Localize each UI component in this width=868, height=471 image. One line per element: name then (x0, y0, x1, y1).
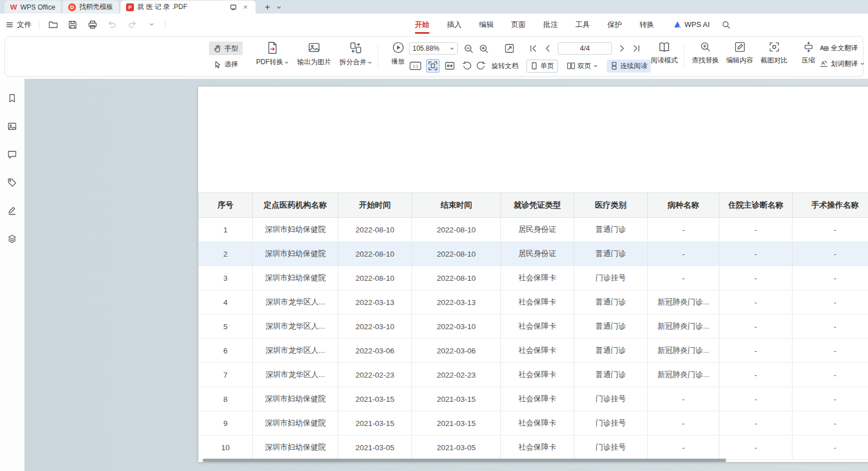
tab-close-icon[interactable]: × (241, 3, 250, 12)
zoom-out-button[interactable] (463, 43, 474, 54)
new-tab-button[interactable]: + (262, 2, 273, 13)
menu-tab[interactable]: 编辑 (479, 14, 494, 35)
fit-width-button[interactable] (444, 60, 455, 71)
table-cell: 深圳市妇幼保健院 (253, 242, 338, 266)
menu-tab[interactable]: 工具 (575, 14, 590, 35)
double-page-button[interactable]: 双页 (563, 60, 601, 73)
undo-icon (108, 20, 117, 29)
zoom-in-button[interactable] (478, 43, 489, 54)
pointer-mode-group: 手型 选择 (209, 42, 243, 71)
table-cell: - (719, 290, 793, 315)
single-page-button[interactable]: 单页 (526, 60, 558, 73)
screenshot-compare-button[interactable]: 截图对比 (759, 41, 789, 65)
table-cell: 门诊挂号 (574, 411, 648, 436)
cursor-icon (213, 60, 222, 69)
annotations-panel-button[interactable] (5, 174, 20, 190)
undo-button[interactable] (106, 19, 118, 31)
table-cell: 2 (199, 242, 253, 266)
rotate-right-button[interactable] (476, 61, 486, 71)
zoom-value: 105.88% (413, 44, 439, 52)
find-replace-button[interactable]: 查找替换 (691, 41, 720, 65)
pdf-convert-button[interactable]: PDF转换 (255, 41, 290, 67)
read-mode-button[interactable]: 阅读模式 (648, 41, 681, 65)
table-cell: - (648, 218, 719, 242)
column-header: 住院主诊断名称 (719, 193, 793, 218)
select-tool-button[interactable]: 选择 (209, 57, 243, 71)
layers-panel-button[interactable] (5, 231, 20, 246)
table-cell: 社会保障卡 (501, 411, 574, 436)
tab-wps-office[interactable]: W WPS Office (5, 1, 61, 14)
column-header: 定点医药机构名称 (253, 193, 338, 218)
table-cell: 2022-08-10 (338, 218, 412, 242)
pdf-file-icon: P (126, 3, 134, 11)
tools-group: 查找替换 编辑内容 截图对比 压缩 (691, 41, 823, 65)
table-cell: 社会保障卡 (501, 339, 574, 363)
column-header: 就诊凭证类型 (501, 193, 574, 218)
rotate-left-button[interactable] (462, 61, 472, 71)
menu-tab[interactable]: 页面 (511, 14, 526, 35)
fit-width-icon (444, 60, 455, 71)
convert-group: PDF转换 输出为图片 拆分合并 (255, 41, 373, 67)
table-row: 8深圳市妇幼保健院2021-03-152021-03-15社会保障卡门诊挂号--… (199, 387, 868, 411)
table-cell: 9 (199, 411, 253, 436)
menu-tab[interactable]: 批注 (543, 14, 558, 35)
tab-detach-window-icon[interactable] (229, 3, 238, 12)
table-cell: 2021-03-15 (412, 411, 501, 436)
table-cell: 社会保障卡 (501, 315, 574, 339)
zoom-level-select[interactable]: 105.88% (409, 42, 458, 55)
double-page-label: 双页 (578, 61, 591, 71)
hand-tool-button[interactable]: 手型 (209, 42, 243, 55)
menu-tab[interactable]: 开始 (415, 14, 429, 35)
split-merge-button[interactable]: 拆分合并 (338, 41, 373, 67)
screenshot-compare-label: 截图对比 (760, 56, 788, 65)
menu-search-button[interactable] (720, 19, 732, 31)
export-as-image-button[interactable]: 输出为图片 (297, 41, 332, 67)
continuous-reading-button[interactable]: 连续阅读 (607, 60, 651, 73)
medical-records-table: 序号定点医药机构名称开始时间结束时间就诊凭证类型医疗类别病种名称住院主诊断名称手… (198, 192, 868, 460)
redo-button[interactable] (126, 19, 138, 31)
next-page-button[interactable] (618, 44, 627, 53)
last-page-button[interactable] (632, 44, 641, 53)
file-menu-button[interactable]: 文件 (6, 20, 32, 30)
page-number-input[interactable]: 4/4 (558, 42, 612, 55)
play-button[interactable]: 播放 (386, 41, 410, 66)
full-text-translate-button[interactable]: A 全文翻译 (819, 42, 865, 53)
table-cell: 2022-03-13 (338, 290, 412, 315)
undo-history-chevron-icon[interactable] (145, 19, 158, 31)
menu-tab[interactable]: 插入 (447, 14, 462, 35)
word-translate-button[interactable]: A 划词翻译 (819, 58, 865, 69)
table-cell: - (719, 315, 793, 339)
table-cell: 2022-03-10 (338, 315, 412, 339)
column-header: 结束时间 (412, 193, 501, 218)
wps-ai-button[interactable]: WPS AI (673, 20, 710, 29)
bookmarks-panel-button[interactable] (5, 90, 20, 106)
first-page-button[interactable] (529, 44, 538, 53)
comments-panel-button[interactable] (5, 146, 20, 162)
rotate-document-button[interactable]: 旋转文档 (491, 61, 518, 71)
pdf-page: 序号定点医药机构名称开始时间结束时间就诊凭证类型医疗类别病种名称住院主诊断名称手… (198, 87, 868, 462)
table-cell: - (793, 290, 868, 315)
tab-pdf-document[interactable]: P 就 医 记 录 .PDF × (120, 1, 256, 14)
compress-icon (803, 41, 815, 53)
fit-page-button[interactable] (426, 59, 440, 73)
fit-window-button[interactable] (504, 43, 515, 54)
comment-icon (7, 150, 17, 159)
thumbnails-panel-button[interactable] (5, 118, 20, 134)
folder-open-icon (48, 20, 58, 29)
tab-list-chevron-icon[interactable] (274, 2, 283, 13)
tab-docer-templates[interactable]: D 找稻壳模板 (62, 1, 119, 14)
menu-tab[interactable]: 保护 (607, 14, 622, 35)
menu-tab[interactable]: 转换 (639, 14, 654, 35)
horizontal-scrollbar[interactable] (203, 459, 726, 462)
table-cell: - (648, 411, 719, 436)
save-button[interactable] (66, 19, 79, 31)
edit-content-button[interactable]: 编辑内容 (725, 41, 754, 65)
previous-page-button[interactable] (543, 44, 552, 53)
sign-panel-button[interactable] (5, 203, 20, 218)
open-file-button[interactable] (47, 19, 59, 31)
print-button[interactable] (86, 19, 99, 31)
table-cell: - (793, 411, 868, 436)
tab-label: WPS Office (20, 3, 55, 11)
actual-size-button[interactable]: 1:1 (409, 61, 422, 71)
column-header: 病种名称 (648, 193, 719, 218)
